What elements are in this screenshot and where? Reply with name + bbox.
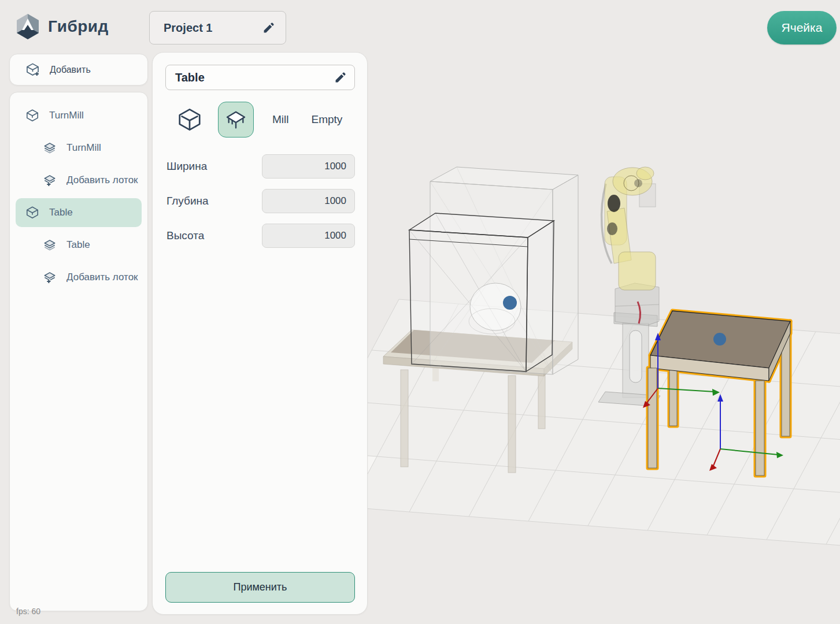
table-icon bbox=[224, 108, 247, 131]
blue-marker-dot bbox=[713, 333, 726, 346]
tree-item-label: Добавить лоток bbox=[66, 174, 138, 186]
height-label: Высота bbox=[166, 229, 204, 242]
tree-item-label: TurnMill bbox=[66, 142, 101, 154]
box-icon bbox=[25, 108, 40, 123]
type-selector: Mill Empty bbox=[176, 101, 346, 138]
layers-icon bbox=[42, 140, 57, 155]
width-input[interactable] bbox=[262, 154, 355, 179]
depth-field-row: Глубина bbox=[166, 189, 355, 213]
fps-counter: fps: 60 bbox=[16, 607, 40, 616]
object-name: Table bbox=[175, 71, 205, 84]
properties-panel: Table Mill Empty Ширина Г bbox=[152, 52, 368, 615]
layers-plus-icon bbox=[42, 270, 57, 285]
blue-marker-dot bbox=[503, 296, 517, 310]
object-name-box[interactable]: Table bbox=[165, 65, 355, 90]
depth-label: Глубина bbox=[166, 195, 209, 207]
cube-icon bbox=[176, 106, 203, 133]
width-label: Ширина bbox=[166, 160, 207, 173]
apply-button[interactable]: Применить bbox=[165, 572, 355, 603]
type-option-table[interactable] bbox=[218, 102, 254, 138]
tree-item-turnmill-tray[interactable]: TurnMill bbox=[10, 132, 147, 164]
cell-button[interactable]: Ячейка bbox=[767, 11, 837, 44]
layers-icon bbox=[42, 237, 57, 252]
project-name-box[interactable]: Project 1 bbox=[149, 11, 286, 44]
tree-item-table[interactable]: Table bbox=[16, 198, 142, 227]
project-name: Project 1 bbox=[164, 21, 212, 35]
depth-input[interactable] bbox=[262, 189, 355, 213]
box-icon bbox=[25, 205, 40, 220]
tree-item-add-tray-turnmill[interactable]: Добавить лоток bbox=[10, 164, 147, 196]
edit-pencil-icon[interactable] bbox=[262, 21, 275, 34]
tree-item-label: Добавить лоток bbox=[66, 272, 138, 283]
type-option-mill[interactable]: Mill bbox=[268, 113, 293, 126]
tree-item-add-tray-table[interactable]: Добавить лоток bbox=[10, 261, 147, 294]
app-name: Гибрид bbox=[48, 17, 109, 36]
edit-pencil-icon[interactable] bbox=[334, 71, 347, 84]
logo-icon bbox=[15, 13, 40, 40]
app-logo: Гибрид bbox=[15, 13, 109, 40]
box-plus-icon bbox=[25, 62, 40, 77]
add-component-button[interactable]: Добавить bbox=[9, 54, 148, 86]
tree-item-turnmill[interactable]: TurnMill bbox=[10, 99, 147, 132]
tree-item-label: TurnMill bbox=[49, 110, 84, 121]
tree-item-label: Table bbox=[49, 207, 73, 218]
type-option-empty[interactable]: Empty bbox=[308, 113, 347, 126]
height-input[interactable] bbox=[262, 224, 355, 248]
width-field-row: Ширина bbox=[166, 154, 355, 179]
type-option-cube[interactable] bbox=[176, 106, 203, 133]
component-tree: TurnMill TurnMill Добавить лоток Table bbox=[9, 92, 148, 611]
tree-item-label: Table bbox=[66, 239, 90, 251]
height-field-row: Высота bbox=[166, 224, 355, 248]
add-button-label: Добавить bbox=[50, 65, 91, 75]
tree-item-table-tray[interactable]: Table bbox=[10, 229, 147, 261]
layers-plus-icon bbox=[42, 173, 57, 188]
